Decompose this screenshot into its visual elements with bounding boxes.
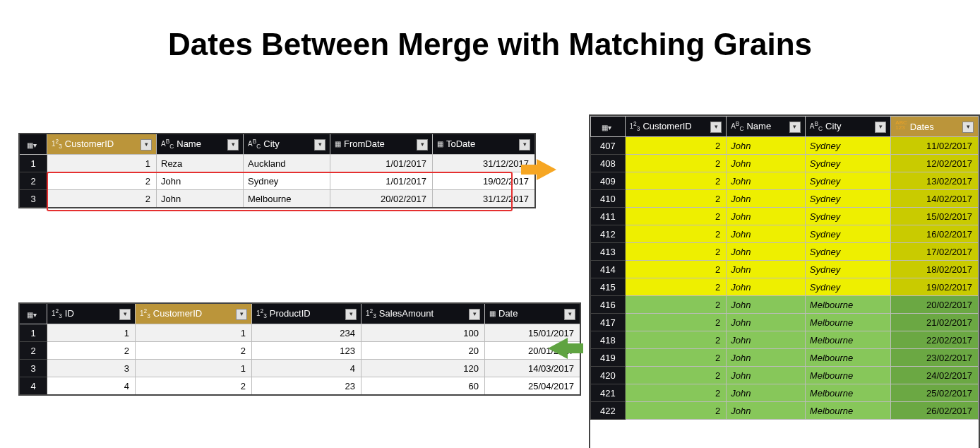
type-icon[interactable]: ABC (161, 140, 174, 148)
column-header[interactable]: CustomerID (153, 308, 202, 319)
filter-dropdown[interactable]: ▾ (875, 122, 886, 133)
filter-dropdown[interactable]: ▾ (962, 122, 974, 133)
type-icon[interactable]: ABC (731, 122, 743, 130)
filter-dropdown[interactable]: ▾ (345, 309, 357, 320)
arrow-right-icon (537, 159, 556, 180)
type-icon[interactable]: ABC123 (895, 123, 907, 131)
filter-dropdown[interactable]: ▾ (314, 139, 325, 151)
filter-dropdown[interactable]: ▾ (141, 139, 152, 151)
filter-dropdown[interactable]: ▾ (710, 122, 722, 133)
table-row[interactable]: 442236025/04/2017 (19, 377, 580, 396)
type-icon[interactable]: ABC (248, 140, 261, 148)
table-row[interactable]: 11RezaAuckland1/01/201731/12/2017 (19, 155, 535, 172)
table-row[interactable]: 4102JohnSydney14/02/2017 (591, 190, 979, 208)
column-header[interactable]: CustomerID (643, 121, 691, 131)
column-header[interactable]: Name (177, 138, 201, 149)
table-row[interactable]: 4132JohnSydney17/02/2017 (591, 243, 979, 261)
table-row[interactable]: 4202JohnMelbourne24/02/2017 (591, 367, 979, 384)
table-row[interactable]: 4222JohnMelbourne26/02/2017 (591, 402, 979, 420)
column-header[interactable]: SalesAmount (379, 308, 434, 319)
table-row[interactable]: 4172JohnMelbourne21/02/2017 (591, 314, 979, 331)
column-header[interactable]: City (825, 121, 841, 131)
column-header[interactable]: Date (498, 308, 518, 319)
table-row[interactable]: 4212JohnMelbourne25/02/2017 (591, 384, 979, 402)
table-row[interactable]: 2221232020/01/2017 (19, 342, 580, 360)
table-row[interactable]: 4162JohnMelbourne20/02/2017 (591, 296, 979, 314)
table-row[interactable]: 11123410015/01/2017 (19, 324, 580, 342)
column-header[interactable]: CustomerID (65, 138, 114, 149)
table-row[interactable]: 4142JohnSydney18/02/2017 (591, 261, 979, 278)
filter-dropdown[interactable]: ▾ (519, 139, 530, 151)
type-icon[interactable]: ▦ (335, 140, 341, 148)
column-header[interactable]: ToDate (446, 138, 475, 149)
type-icon[interactable]: 123 (52, 140, 62, 148)
filter-dropdown[interactable]: ▾ (236, 309, 247, 320)
arrow-left-icon (548, 338, 568, 359)
table-icon[interactable]: ▦▾ (27, 141, 37, 149)
column-header[interactable]: ID (65, 308, 74, 319)
type-icon[interactable]: 123 (366, 310, 376, 317)
filter-dropdown[interactable]: ▾ (227, 139, 239, 151)
type-icon[interactable]: 123 (52, 310, 62, 317)
table-row[interactable]: 4182JohnMelbourne22/02/2017 (591, 331, 979, 349)
table-icon[interactable]: ▦▾ (602, 124, 611, 131)
type-icon[interactable]: 123 (256, 310, 267, 317)
page-title: Dates Between Merge with Matching Grains (0, 27, 980, 62)
table-row[interactable]: 4192JohnMelbourne23/02/2017 (591, 349, 979, 367)
table-row[interactable]: 4082JohnSydney12/02/2017 (591, 155, 979, 172)
table-row[interactable]: 4152JohnSydney19/02/2017 (591, 278, 979, 296)
column-header[interactable]: ProductID (270, 308, 311, 319)
column-header[interactable]: Dates (910, 122, 934, 132)
table-icon[interactable]: ▦▾ (27, 311, 37, 319)
table-row[interactable]: 4072JohnSydney11/02/2017 (591, 137, 979, 155)
table-row[interactable]: 22JohnSydney1/01/201719/02/2017 (19, 172, 535, 190)
filter-dropdown[interactable]: ▾ (469, 309, 480, 320)
customer-table: ▦▾123CustomerID▾ABCName▾ABCCity▾▦FromDat… (18, 133, 536, 208)
type-icon[interactable]: ABC (810, 122, 823, 130)
table-row[interactable]: 32JohnMelbourne20/02/201731/12/2017 (19, 190, 535, 208)
type-icon[interactable]: ▦ (489, 310, 496, 317)
table-row[interactable]: 331412014/03/2017 (19, 360, 580, 377)
filter-dropdown[interactable]: ▾ (417, 139, 428, 151)
column-header[interactable]: City (263, 138, 279, 149)
filter-dropdown[interactable]: ▾ (564, 309, 575, 320)
type-icon[interactable]: 123 (630, 122, 640, 130)
type-icon[interactable]: ▦ (437, 140, 443, 148)
column-header[interactable]: FromDate (344, 138, 385, 149)
column-header[interactable]: Name (746, 121, 771, 131)
sales-table: ▦▾123ID▾123CustomerID▾123ProductID▾123Sa… (18, 302, 581, 396)
table-row[interactable]: 4092JohnSydney13/02/2017 (591, 172, 979, 190)
filter-dropdown[interactable]: ▾ (119, 309, 131, 320)
table-row[interactable]: 4112JohnSydney15/02/2017 (591, 208, 979, 225)
table-row[interactable]: 4122JohnSydney16/02/2017 (591, 225, 979, 243)
type-icon[interactable]: 123 (140, 310, 150, 317)
expanded-table: ▦▾123CustomerID▾ABCName▾ABCCity▾ABC123Da… (589, 114, 980, 448)
filter-dropdown[interactable]: ▾ (789, 122, 801, 133)
